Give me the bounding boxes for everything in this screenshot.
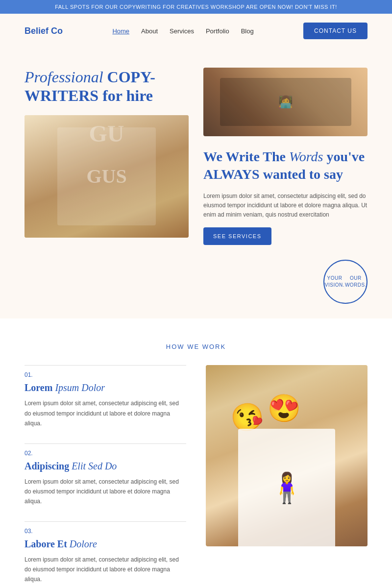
nav-links: Home About Services Portfolio Blog: [112, 26, 253, 35]
how-steps: 01. Lorem Ipsum Dolor Lorem ipsum dolor …: [24, 365, 186, 585]
nav-home[interactable]: Home: [112, 27, 129, 35]
step-2-title: Adipiscing Elit Sed Do: [24, 461, 186, 472]
step-3-title-regular: Labore Et: [24, 539, 67, 549]
step-1-number: 01.: [24, 371, 186, 378]
nav-services[interactable]: Services: [170, 27, 194, 35]
hero-left: Professional COPY-WRITERS for hire GU GU…: [24, 68, 189, 245]
step-3: 03. Labore Et Dolore Lorem ipsum dolor s…: [24, 521, 186, 585]
hero-section: Professional COPY-WRITERS for hire GU GU…: [0, 48, 392, 260]
vision-badge: YOUR VISION. OUR WORDS.: [323, 260, 368, 304]
nav-blog[interactable]: Blog: [241, 27, 254, 35]
how-work-image: 😘 😍 🧍‍♀️: [206, 365, 368, 546]
hero-tagline-regular: We Write The: [203, 149, 289, 164]
vision-line1: YOUR VISION.: [324, 275, 345, 289]
step-3-number: 03.: [24, 528, 186, 535]
step-2-number: 02.: [24, 450, 186, 457]
step-2: 02. Adipiscing Elit Sed Do Lorem ipsum d…: [24, 443, 186, 507]
step-3-description: Lorem ipsum dolor sit amet, consectetur …: [24, 555, 186, 585]
step-2-description: Lorem ipsum dolor sit amet, consectetur …: [24, 477, 186, 507]
section-label: HOW WE WORK: [24, 343, 368, 350]
step-2-title-regular: Adipiscing: [24, 461, 69, 471]
step-1-title-regular: Lorem: [24, 382, 52, 393]
hero-top-image: 👩‍💻: [203, 68, 368, 136]
hero-description: Lorem ipsum dolor sit amet, consectetur …: [203, 192, 368, 220]
step-1-title: Lorem Ipsum Dolor: [24, 382, 186, 393]
navbar: Belief Co Home About Services Portfolio …: [0, 14, 392, 48]
hero-right: 👩‍💻 We Write The Words you've ALWAYS wan…: [203, 68, 368, 245]
see-services-button[interactable]: SEE SERVICES: [203, 227, 271, 245]
vision-section: YOUR VISION. OUR WORDS.: [0, 260, 392, 318]
announcement-text: FALL SPOTS FOR OUR COPYWRITING FOR CREAT…: [55, 4, 337, 10]
step-3-title-italic: Dolore: [70, 539, 97, 549]
step-3-title: Labore Et Dolore: [24, 539, 186, 550]
hero-magazine-image: GU GUS: [24, 115, 189, 238]
nav-portfolio[interactable]: Portfolio: [206, 27, 229, 35]
step-1: 01. Lorem Ipsum Dolor Lorem ipsum dolor …: [24, 365, 186, 428]
announcement-bar: FALL SPOTS FOR OUR COPYWRITING FOR CREAT…: [0, 0, 392, 14]
step-2-title-italic: Elit Sed Do: [72, 461, 117, 471]
nav-about[interactable]: About: [141, 27, 158, 35]
how-we-work-section: HOW WE WORK 01. Lorem Ipsum Dolor Lorem …: [0, 318, 392, 588]
hero-headline: Professional COPY-WRITERS for hire: [24, 68, 189, 105]
step-1-description: Lorem ipsum dolor sit amet, consectetur …: [24, 398, 186, 428]
contact-button[interactable]: Contact Us: [303, 23, 368, 39]
hero-tagline: We Write The Words you've ALWAYS wanted …: [203, 148, 368, 184]
how-grid: 01. Lorem Ipsum Dolor Lorem ipsum dolor …: [24, 365, 368, 585]
nav-logo[interactable]: Belief Co: [24, 26, 63, 36]
vision-line2: OUR WORDS.: [345, 275, 367, 289]
step-1-title-italic: Ipsum Dolor: [55, 382, 105, 393]
hero-headline-italic: Professional: [24, 68, 107, 86]
hero-tagline-italic: Words: [289, 149, 327, 164]
